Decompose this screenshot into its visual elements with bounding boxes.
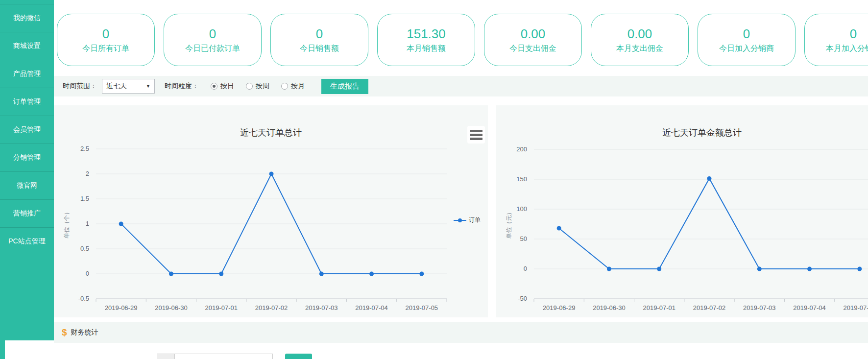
stat-card-value: 151.30: [407, 27, 446, 40]
stat-card-label: 今日支出佣金: [509, 45, 556, 52]
x-axis: 2019-06-292019-06-302019-07-012019-07-02…: [534, 299, 868, 311]
svg-text:2019-06-29: 2019-06-29: [105, 304, 138, 311]
svg-text:2019-07-05: 2019-07-05: [406, 304, 438, 311]
granularity-radio-group: 按日按周按月: [199, 82, 305, 91]
sidebar-item[interactable]: 分销管理: [0, 144, 54, 171]
svg-text:0: 0: [524, 265, 527, 272]
series-line: [559, 178, 860, 269]
finance-action-button[interactable]: [285, 354, 312, 359]
svg-text:2019-06-29: 2019-06-29: [543, 304, 576, 311]
sidebar-item[interactable]: 我的微信: [0, 4, 54, 32]
svg-text:0.5: 0.5: [80, 245, 89, 252]
data-point: [657, 267, 661, 271]
stat-card: 0本月加入分销商: [804, 14, 868, 66]
stat-card-value: 0: [102, 27, 109, 40]
svg-text:2019-07-04: 2019-07-04: [793, 304, 826, 311]
stat-card: 0今日加入分销商: [698, 14, 796, 66]
granularity-radio-label: 按月: [291, 82, 305, 91]
stat-cards-row: 0今日所有订单0今日已付款订单0今日销售额151.30本月销售额0.00今日支出…: [57, 14, 868, 66]
stat-card: 0今日已付款订单: [164, 14, 262, 66]
x-axis: 2019-06-292019-06-302019-07-012019-07-02…: [96, 299, 447, 311]
data-point: [369, 272, 374, 276]
stat-card-label: 本月加入分销商: [826, 45, 868, 52]
data-point: [169, 272, 173, 276]
y-axis-grid: [96, 149, 447, 299]
stat-card-label: 今日销售额: [300, 45, 339, 52]
granularity-radio[interactable]: [246, 83, 253, 90]
sidebar-item[interactable]: 商城设置: [0, 32, 54, 60]
order-amount-chart-panel: 200150100500-502019-06-292019-06-302019-…: [496, 105, 868, 317]
svg-text:2: 2: [86, 170, 89, 177]
data-point: [319, 272, 324, 276]
data-point: [269, 172, 274, 176]
svg-text:2019-07-02: 2019-07-02: [693, 304, 726, 311]
dashboard-page: 我的微信商城设置产品管理订单管理会员管理分销管理微官网营销推广PC站点管理 0今…: [0, 0, 868, 359]
stat-card-label: 今日已付款订单: [185, 45, 240, 52]
granularity-option: 按月: [281, 82, 305, 91]
y-axis-name: 单位（元）: [506, 210, 512, 239]
svg-text:2.5: 2.5: [80, 145, 89, 152]
filter-bar: 时间范围： 近七天 ▼ 时间粒度： 按日按周按月 生成报告: [54, 76, 868, 96]
svg-text:-0.5: -0.5: [78, 295, 89, 302]
granularity-radio[interactable]: [211, 83, 217, 90]
data-point: [219, 272, 223, 276]
svg-text:0: 0: [86, 270, 89, 277]
generate-report-button[interactable]: 生成报告: [321, 79, 368, 94]
finance-section-title: 财务统计: [71, 328, 98, 337]
finance-section-bar: $ 财务统计: [54, 322, 868, 343]
dollar-icon: $: [62, 327, 67, 338]
chart-toolbox-icon[interactable]: [467, 126, 485, 144]
svg-text:2019-07-05: 2019-07-05: [844, 304, 868, 311]
stat-card-value: 0: [743, 27, 750, 40]
sidebar-item[interactable]: 微官网: [0, 171, 54, 199]
input-addon: [157, 354, 175, 359]
stat-card: 0今日销售额: [270, 14, 368, 66]
time-range-value: 近七天: [106, 82, 127, 91]
sidebar-item[interactable]: 会员管理: [0, 116, 54, 144]
svg-text:200: 200: [516, 145, 527, 153]
time-range-label: 时间范围：: [63, 82, 97, 91]
orders-chart-panel: 2.521.510.50-0.52019-06-292019-06-302019…: [54, 105, 488, 317]
data-point: [607, 267, 611, 271]
sidebar-item[interactable]: 营销推广: [0, 199, 54, 227]
granularity-option: 按周: [246, 82, 269, 91]
svg-text:2019-07-02: 2019-07-02: [255, 304, 288, 311]
svg-text:2019-07-01: 2019-07-01: [643, 304, 675, 311]
stat-card-label: 本月支出佣金: [616, 45, 663, 52]
data-point: [757, 267, 762, 271]
svg-text:100: 100: [516, 205, 527, 213]
stat-card-value: 0.00: [521, 27, 546, 40]
y-axis-labels: 200150100500-50: [516, 145, 527, 302]
legend-label: 订单: [469, 216, 481, 224]
legend-item-orders[interactable]: 订单: [454, 216, 481, 224]
finance-input[interactable]: [174, 354, 273, 359]
time-range-select[interactable]: 近七天 ▼: [102, 79, 155, 94]
stat-card-value: 0.00: [627, 27, 652, 40]
svg-text:2019-06-30: 2019-06-30: [593, 304, 626, 311]
granularity-radio-label: 按周: [256, 82, 269, 91]
sidebar: 我的微信商城设置产品管理订单管理会员管理分销管理微官网营销推广PC站点管理: [0, 0, 54, 340]
data-point: [119, 222, 123, 226]
data-point: [807, 267, 812, 271]
svg-text:1.5: 1.5: [80, 195, 89, 202]
sidebar-item[interactable]: 产品管理: [0, 60, 54, 88]
legend-line-dot-icon: [454, 218, 466, 223]
y-axis-labels: 2.521.510.50-0.5: [78, 145, 89, 302]
order-amount-chart-title: 近七天订单金额总计: [496, 127, 868, 139]
sidebar-item[interactable]: PC站点管理: [0, 227, 54, 255]
svg-text:150: 150: [516, 175, 527, 183]
stat-card: 0.00本月支出佣金: [591, 14, 689, 66]
granularity-radio[interactable]: [281, 83, 288, 90]
stat-card: 151.30本月销售额: [377, 14, 475, 66]
stat-card-label: 今日所有订单: [82, 45, 129, 52]
stat-card: 0今日所有订单: [57, 14, 155, 66]
svg-text:50: 50: [520, 235, 527, 242]
sidebar-item[interactable]: 订单管理: [0, 88, 54, 116]
granularity-option: 按日: [211, 82, 234, 91]
y-axis-grid: [534, 149, 868, 299]
svg-text:2019-07-04: 2019-07-04: [355, 304, 388, 311]
stat-card-value: 0: [850, 27, 857, 40]
orders-chart-title: 近七天订单总计: [54, 127, 488, 139]
svg-text:-50: -50: [518, 295, 527, 302]
stat-card-label: 今日加入分销商: [719, 45, 774, 52]
